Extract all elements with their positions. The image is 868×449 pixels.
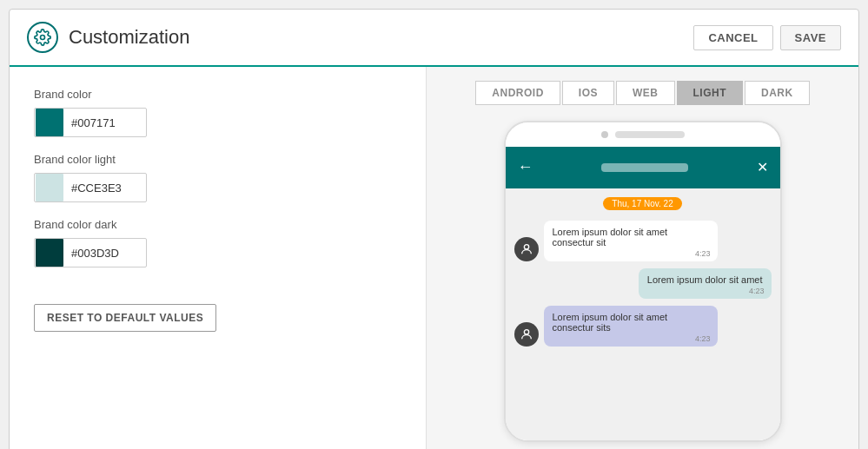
close-icon: ✕: [757, 159, 768, 175]
brand-color-hex: #007171: [64, 116, 123, 129]
message-row: Lorem ipsum dolor sit amet 4:23: [514, 268, 772, 299]
message-text: Lorem ipsum dolor sit amet consectur sit: [553, 227, 668, 248]
message-time: 4:23: [749, 287, 765, 295]
reset-button[interactable]: RESET TO DEFAULT VALUES: [34, 304, 216, 332]
brand-color-dark-hex: #003D3D: [64, 247, 126, 260]
brand-color-swatch: [36, 109, 63, 136]
date-badge: Thu, 17 Nov. 22: [603, 197, 681, 210]
header: Customization CANCEL SAVE: [10, 10, 858, 67]
svg-point-2: [524, 329, 528, 333]
message-time: 4:23: [695, 334, 711, 343]
bubble-outgoing: Lorem ipsum dolor sit amet 4:23: [639, 268, 772, 299]
tab-light[interactable]: LIGHT: [677, 81, 744, 105]
back-icon: ←: [518, 158, 533, 176]
tab-android[interactable]: ANDROID: [475, 81, 560, 105]
status-bar-text: [615, 131, 685, 138]
message-row: Lorem ipsum dolor sit amet consectur sit…: [514, 221, 772, 261]
tab-web[interactable]: WEB: [616, 81, 675, 105]
right-panel: ANDROID IOS WEB LIGHT DARK ← ✕: [427, 67, 858, 449]
tab-dark[interactable]: DARK: [745, 81, 810, 105]
brand-color-light-section: Brand color light #CCE3E3: [34, 153, 401, 202]
cancel-button[interactable]: CANCEL: [693, 25, 772, 50]
svg-point-0: [41, 36, 45, 40]
page-title: Customization: [69, 26, 189, 49]
customization-icon: [27, 22, 58, 53]
brand-color-dark-label: Brand color dark: [34, 218, 401, 231]
brand-color-dark-section: Brand color dark #003D3D: [34, 218, 401, 267]
brand-color-light-hex: #CCE3E3: [64, 182, 129, 195]
brand-color-light-swatch: [36, 174, 63, 201]
brand-color-label: Brand color: [34, 88, 401, 101]
svg-point-1: [524, 244, 528, 248]
bubble-highlighted: Lorem ipsum dolor sit amet consectur sit…: [544, 306, 718, 347]
message-text: Lorem ipsum dolor sit amet: [647, 274, 763, 285]
brand-color-dark-swatch: [36, 239, 63, 267]
left-panel: Brand color #007171 Brand color light #C…: [10, 67, 427, 449]
status-dot: [601, 131, 608, 138]
message-time: 4:23: [695, 249, 711, 258]
chat-header: ← ✕: [506, 147, 780, 188]
header-actions: CANCEL SAVE: [693, 25, 841, 50]
message-text: Lorem ipsum dolor sit amet consectur sit…: [553, 312, 668, 333]
brand-color-dark-input[interactable]: #003D3D: [34, 238, 147, 267]
header-left: Customization: [27, 22, 189, 53]
brand-color-light-label: Brand color light: [34, 153, 401, 166]
app-window: Customization CANCEL SAVE Brand color #0…: [9, 9, 859, 449]
brand-color-section: Brand color #007171: [34, 88, 401, 137]
save-button[interactable]: SAVE: [780, 25, 841, 50]
brand-color-light-input[interactable]: #CCE3E3: [34, 173, 147, 202]
tab-ios[interactable]: IOS: [562, 81, 614, 105]
bubble-incoming: Lorem ipsum dolor sit amet consectur sit…: [544, 221, 718, 261]
preview-container: ← ✕ Thu, 17 Nov. 22: [441, 119, 845, 443]
message-row: Lorem ipsum dolor sit amet consectur sit…: [514, 306, 772, 347]
content-area: Brand color #007171 Brand color light #C…: [10, 67, 858, 449]
platform-tabs: ANDROID IOS WEB LIGHT DARK: [441, 81, 845, 105]
chat-header-title: [601, 163, 688, 172]
phone-mockup: ← ✕ Thu, 17 Nov. 22: [504, 121, 782, 442]
status-bar: [506, 122, 780, 147]
avatar: [514, 237, 539, 261]
avatar: [514, 322, 539, 347]
chat-body: Thu, 17 Nov. 22 Lorem ipsum dolor sit am: [506, 188, 780, 440]
brand-color-input[interactable]: #007171: [34, 108, 147, 137]
